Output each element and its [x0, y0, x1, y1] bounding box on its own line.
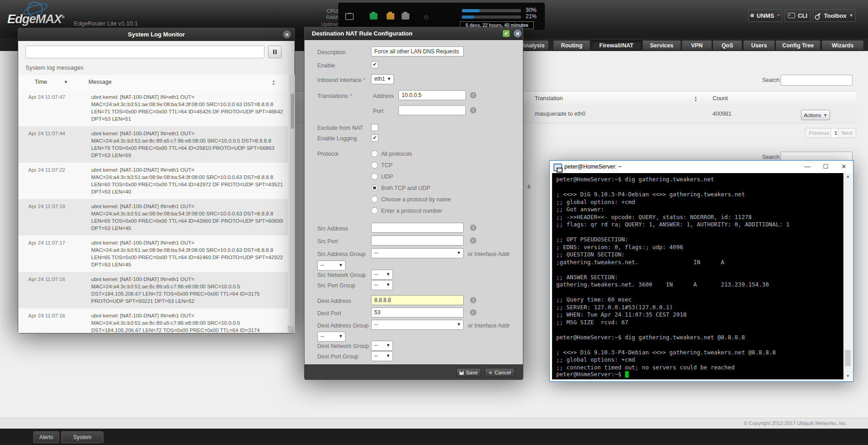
putty-icon	[553, 164, 562, 171]
device-status-panel: CPU: RAM: Uptime: 30% 21% 6 days, 22 hou…	[338, 3, 545, 30]
alerts-button[interactable]: Alerts	[33, 431, 59, 443]
chevron-down-icon: ▼	[387, 77, 391, 81]
cli-button[interactable]: CLI	[785, 9, 811, 22]
translation-address-input[interactable]	[398, 90, 466, 100]
radio-udp[interactable]	[371, 173, 378, 180]
close-button[interactable]: ✕	[835, 161, 853, 173]
log-row[interactable]: Apr 24 11:07:17ubnt kernel: [NAT-100-DNA…	[18, 235, 288, 272]
save-icon	[460, 371, 464, 375]
radio-both-tcp-udp[interactable]	[371, 184, 378, 191]
enable-logging-checkbox[interactable]	[371, 134, 378, 142]
pagination-previous[interactable]: Previous	[805, 128, 833, 138]
save-button[interactable]: Save	[456, 368, 481, 377]
tab-config-tree[interactable]: Config Tree	[775, 40, 821, 51]
dest-port-label: Dest Port	[317, 310, 341, 317]
log-row[interactable]: Apr 24 11:07:16ubnt kernel: [NAT-100-DNA…	[18, 308, 288, 333]
info-icon[interactable]: i	[470, 107, 476, 113]
nat-dialog-titlebar[interactable]: Destination NAT Rule Configuration ✔ ✕	[305, 27, 523, 40]
src-network-group-select[interactable]: --▼	[371, 270, 393, 280]
info-icon[interactable]: i	[470, 92, 476, 98]
pause-button[interactable]	[268, 46, 282, 58]
close-icon[interactable]: ✕	[283, 31, 291, 38]
chevron-down-icon: ▼	[339, 263, 343, 267]
inbound-interface-select[interactable]: eth1▼	[371, 74, 394, 84]
column-time[interactable]: Time	[35, 79, 47, 85]
src-address-input[interactable]	[371, 223, 464, 233]
dest-address-input[interactable]	[371, 295, 464, 305]
info-icon[interactable]: i	[470, 237, 476, 244]
log-row[interactable]: Apr 24 11:07:19ubnt kernel: [NAT-100-DNA…	[18, 199, 288, 235]
scrollbar-thumb[interactable]	[291, 93, 294, 129]
dest-network-group-select[interactable]: --▼	[371, 341, 393, 351]
scroll-down-icon[interactable]: ▼	[844, 374, 852, 378]
chevron-down-icon: ▼	[339, 334, 343, 338]
nat-dialog-footer: Save ✕Cancel	[305, 364, 523, 380]
src-port-input[interactable]	[371, 235, 464, 246]
log-filter-input[interactable]	[26, 46, 264, 58]
log-dialog-titlebar[interactable]: System Log Monitor ✕	[18, 28, 294, 41]
tab-users[interactable]: Users	[743, 40, 775, 51]
radio-protocol-number[interactable]	[371, 207, 378, 214]
exclude-from-nat-checkbox[interactable]	[371, 124, 378, 131]
src-port-group-select[interactable]: --▼	[371, 280, 393, 290]
radio-protocol-by-name[interactable]	[371, 196, 378, 203]
search-input[interactable]	[780, 75, 852, 86]
maximize-button[interactable]: ☐	[816, 161, 835, 173]
tab-services[interactable]: Services	[642, 40, 681, 51]
info-icon[interactable]: i	[470, 225, 476, 231]
terminal-titlebar[interactable]: peter@HomeServer: ~ — ☐ ✕	[550, 161, 853, 173]
info-icon[interactable]: i	[470, 297, 476, 303]
chevron-down-icon[interactable]: ▼	[64, 80, 68, 84]
dest-port-input[interactable]	[371, 307, 464, 317]
log-row[interactable]: Apr 24 11:07:22ubnt kernel: [NAT-100-DNA…	[18, 163, 288, 199]
dest-port-group-select[interactable]: --▼	[371, 351, 393, 361]
copyright-strip: © Copyright 2012-2017 Ubiquiti Networks,…	[0, 418, 868, 429]
terminal-console[interactable]: peter@HomeServer:~$ dig gathering.tweake…	[552, 173, 843, 379]
enable-label: Enable	[317, 62, 335, 69]
exclude-from-nat-label: Exclude from NAT	[317, 125, 363, 131]
tab-routing[interactable]: Routing	[553, 40, 590, 51]
actions-button[interactable]: Actions▼	[801, 110, 830, 120]
description-label: Description	[317, 49, 346, 56]
dest-address-group-select[interactable]: --▼	[371, 320, 464, 330]
column-translation[interactable]: Translation	[535, 95, 563, 102]
log-scrollbar[interactable]	[290, 75, 295, 333]
log-row[interactable]: Apr 24 11:07:16ubnt kernel: [NAT-100-DNA…	[18, 272, 288, 308]
enable-checkbox[interactable]	[371, 61, 378, 68]
column-count[interactable]: Count	[713, 95, 728, 102]
resize-grip[interactable]	[288, 326, 294, 332]
terminal-title: peter@HomeServer: ~	[564, 164, 622, 170]
log-row[interactable]: Apr 24 11:07:44ubnt kernel: [NAT-100-DNA…	[18, 126, 288, 163]
radio-tcp[interactable]	[371, 162, 378, 169]
tab-firewall-nat[interactable]: Firewall/NAT	[591, 40, 642, 51]
src-address-group-select[interactable]: --▼	[371, 248, 464, 258]
sort-icon[interactable]: ▴▾	[273, 79, 274, 86]
scrollbar-thumb[interactable]	[845, 350, 851, 366]
log-row[interactable]: Apr 24 11:07:47ubnt kernel: [NAT-100-DNA…	[18, 90, 288, 126]
minimize-button[interactable]: —	[798, 161, 816, 173]
translation-port-input[interactable]	[398, 105, 466, 115]
terminal-scrollbar[interactable]: ▲ ▼	[843, 173, 852, 379]
info-icon[interactable]: i	[470, 309, 476, 316]
tab-vpn[interactable]: VPN	[682, 40, 712, 51]
chevron-down-icon: ▼	[457, 322, 461, 327]
radio-all-protocols[interactable]	[371, 150, 378, 157]
src-group-extra-select[interactable]: --▼	[317, 261, 346, 271]
unms-button[interactable]: UNMS™	[748, 9, 782, 22]
cpu-progress-bar	[462, 9, 521, 12]
tab-wizards[interactable]: Wizards	[822, 40, 864, 51]
scroll-up-icon[interactable]: ▲	[844, 174, 852, 179]
sort-icon[interactable]: ▴▾	[695, 96, 697, 102]
column-message[interactable]: Message	[88, 79, 112, 85]
toolbox-button[interactable]: Toolbox ▼	[813, 9, 856, 22]
search-label: Search	[762, 77, 780, 83]
pagination-next[interactable]: Next	[838, 128, 856, 138]
dest-group-extra-select[interactable]: --▼	[317, 332, 346, 342]
tab-qos[interactable]: QoS	[713, 40, 742, 51]
eth1-port-icon	[387, 13, 394, 20]
cancel-button[interactable]: ✕Cancel	[485, 368, 515, 377]
close-icon[interactable]: ✕	[514, 30, 522, 37]
description-input[interactable]	[371, 46, 464, 56]
wrench-icon	[816, 13, 821, 18]
system-button[interactable]: System	[61, 431, 103, 443]
